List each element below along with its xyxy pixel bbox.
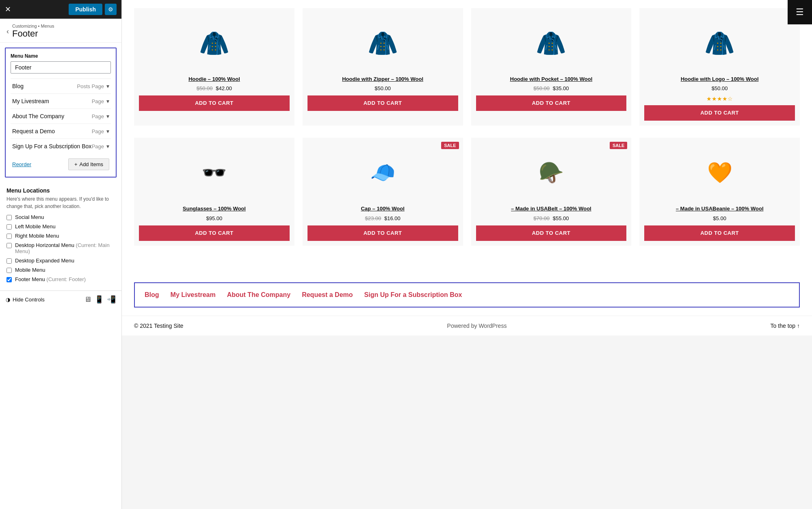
- gear-button[interactable]: ⚙: [105, 4, 117, 15]
- product-price: $50.00: [375, 85, 391, 91]
- location-right-mobile: Right Mobile Menu: [6, 233, 115, 239]
- product-name: Sunglasses – 100% Wool: [183, 205, 246, 212]
- product-price: $50.00: [712, 85, 728, 91]
- top-bar: ✕ Publish ⚙: [0, 0, 121, 19]
- menu-item-type: Posts Page: [77, 83, 104, 89]
- original-price: $50.00: [197, 85, 213, 91]
- mobile-icon[interactable]: 📲: [107, 295, 116, 304]
- location-desktop-horizontal-checkbox[interactable]: [6, 243, 12, 248]
- sale-badge: SALE: [441, 142, 459, 149]
- location-social-label[interactable]: Social Menu: [15, 214, 44, 220]
- footer-nav-section: Blog My Livestream About The Company Req…: [122, 270, 812, 316]
- product-price: $50.00 $35.00: [533, 85, 569, 91]
- product-card-sunglasses: 🕶️ Sunglasses – 100% Wool $95.00 ADD TO …: [134, 138, 294, 245]
- footer-powered: Powered by WordPress: [447, 323, 507, 329]
- location-left-mobile-label[interactable]: Left Mobile Menu: [15, 223, 56, 230]
- add-to-cart-button[interactable]: ADD TO CART: [307, 225, 458, 241]
- menu-actions: Reorder + Add Items: [11, 155, 111, 172]
- add-to-cart-button[interactable]: ADD TO CART: [644, 105, 795, 121]
- location-desktop-horizontal: Desktop Horizontal Menu (Current: Main M…: [6, 242, 115, 254]
- menu-items-list: Blog Posts Page ▾ My Livestream Page ▾ A…: [11, 78, 111, 154]
- publish-button[interactable]: Publish: [69, 4, 102, 15]
- add-items-button[interactable]: + Add Items: [68, 158, 109, 170]
- add-to-cart-button[interactable]: ADD TO CART: [139, 225, 290, 241]
- spacer: [122, 254, 812, 270]
- sidebar-title: Footer: [12, 28, 54, 39]
- product-image: 🧥: [307, 15, 458, 71]
- menu-item-name: Request a Demo: [12, 128, 55, 134]
- products-section-row2: 🕶️ Sunglasses – 100% Wool $95.00 ADD TO …: [122, 134, 812, 253]
- footer-to-top-link[interactable]: To the top ↑: [771, 323, 800, 329]
- location-social: Social Menu: [6, 214, 115, 220]
- location-desktop-expanded-checkbox[interactable]: [6, 258, 12, 264]
- sale-badge: SALE: [610, 142, 627, 149]
- menu-item-type: Page: [92, 143, 104, 149]
- footer-nav-blog[interactable]: Blog: [145, 291, 159, 299]
- menu-item-about[interactable]: About The Company Page ▾: [11, 108, 111, 123]
- add-to-cart-button[interactable]: ADD TO CART: [476, 225, 627, 241]
- location-footer-checkbox[interactable]: [6, 277, 12, 282]
- product-price: $23.00 $16.00: [365, 215, 401, 221]
- chevron-down-icon: ▾: [106, 83, 109, 89]
- add-to-cart-button[interactable]: ADD TO CART: [476, 95, 627, 111]
- add-items-label: Add Items: [79, 161, 103, 167]
- footer-nav-demo[interactable]: Request a Demo: [302, 291, 353, 299]
- hide-controls-icon: ◑: [6, 297, 10, 303]
- tablet-icon[interactable]: 📱: [95, 295, 104, 304]
- location-mobile-label[interactable]: Mobile Menu: [15, 267, 45, 273]
- location-desktop-expanded-label[interactable]: Desktop Expanded Menu: [15, 258, 74, 264]
- product-image: 🧢: [307, 144, 458, 201]
- location-mobile: Mobile Menu: [6, 267, 115, 273]
- chevron-down-icon: ▾: [106, 113, 109, 119]
- products-grid-row1: 🧥 Hoodie – 100% Wool $50.00 $42.00 ADD T…: [134, 8, 800, 126]
- add-to-cart-button[interactable]: ADD TO CART: [644, 225, 795, 241]
- menu-item-type: Page: [92, 113, 104, 119]
- add-to-cart-button[interactable]: ADD TO CART: [307, 95, 458, 111]
- hide-controls-button[interactable]: ◑ Hide Controls: [6, 297, 45, 303]
- location-right-mobile-checkbox[interactable]: [6, 234, 12, 239]
- main-content: ☰ 🧥 Hoodie – 100% Wool $50.00 $42.00 ADD…: [122, 0, 812, 509]
- sidebar: ✕ Publish ⚙ ‹ Customizing • Menus Footer…: [0, 0, 122, 509]
- location-mobile-checkbox[interactable]: [6, 268, 12, 273]
- menu-item-name: Sign Up For a Subscription Box: [12, 143, 91, 149]
- menu-name-label: Menu Name: [11, 53, 111, 59]
- footer-nav-about[interactable]: About The Company: [227, 291, 290, 299]
- product-image: 🕶️: [139, 144, 290, 201]
- menu-item-type: Page: [92, 98, 104, 104]
- top-bar-actions: Publish ⚙: [69, 4, 117, 15]
- reorder-button[interactable]: Reorder: [12, 161, 31, 167]
- chevron-down-icon: ▾: [106, 98, 109, 104]
- breadcrumb: Customizing • Menus: [12, 24, 54, 28]
- product-card-cap: SALE 🧢 Cap – 100% Wool $23.00 $16.00 ADD…: [303, 138, 463, 245]
- product-card-hoodie-zipper: 🧥 Hoodie with Zipper – 100% Wool $50.00 …: [303, 8, 463, 126]
- menu-item-name: My Livestream: [12, 98, 49, 104]
- original-price: $70.00: [533, 215, 550, 221]
- desktop-icon[interactable]: 🖥: [84, 295, 91, 304]
- menu-item-demo[interactable]: Request a Demo Page ▾: [11, 123, 111, 139]
- product-card-hoodie-logo: 🧥 Hoodie with Logo – 100% Wool $50.00 ★★…: [639, 8, 800, 126]
- menu-item-livestream[interactable]: My Livestream Page ▾: [11, 93, 111, 108]
- footer-nav-livestream[interactable]: My Livestream: [171, 291, 216, 299]
- location-social-checkbox[interactable]: [6, 215, 12, 220]
- location-footer: Footer Menu (Current: Footer): [6, 276, 115, 282]
- product-name: Hoodie – 100% Wool: [188, 76, 240, 83]
- product-stars: ★★★★☆: [706, 95, 733, 102]
- device-icons: 🖥 📱 📲: [84, 295, 116, 304]
- add-to-cart-button[interactable]: ADD TO CART: [139, 95, 290, 111]
- close-button[interactable]: ✕: [5, 6, 11, 13]
- product-price: $95.00: [206, 215, 222, 221]
- footer-nav-subscription[interactable]: Sign Up For a Subscription Box: [364, 291, 462, 299]
- location-desktop-horizontal-label[interactable]: Desktop Horizontal Menu (Current: Main M…: [15, 242, 115, 254]
- menu-name-input[interactable]: [11, 61, 111, 74]
- sidebar-header: ‹ Customizing • Menus Footer: [0, 19, 121, 43]
- hamburger-button[interactable]: ☰: [788, 0, 812, 24]
- menu-item-name: About The Company: [12, 113, 64, 119]
- menu-item-subscription[interactable]: Sign Up For a Subscription Box Page ▾: [11, 139, 111, 154]
- bottom-bar: ◑ Hide Controls 🖥 📱 📲: [0, 290, 121, 308]
- menu-item-blog[interactable]: Blog Posts Page ▾: [11, 78, 111, 93]
- location-footer-label[interactable]: Footer Menu (Current: Footer): [15, 276, 86, 282]
- back-button[interactable]: ‹: [6, 27, 9, 36]
- original-price: $23.00: [365, 215, 381, 221]
- location-right-mobile-label[interactable]: Right Mobile Menu: [15, 233, 59, 239]
- location-left-mobile-checkbox[interactable]: [6, 224, 12, 230]
